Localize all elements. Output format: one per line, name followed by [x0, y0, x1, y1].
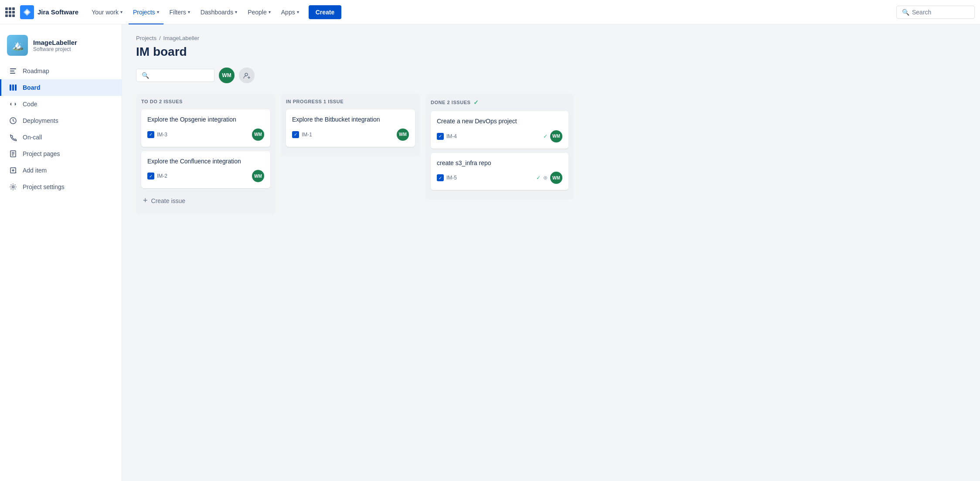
project-info: ImageLabeller Software project — [33, 39, 77, 52]
issue-assignee-avatar: WM — [550, 172, 562, 184]
board-columns: TO DO 2 ISSUES Explore the Opsgenie inte… — [136, 94, 966, 214]
nav-your-work[interactable]: Your work ▾ — [87, 0, 127, 24]
sidebar-item-add-item[interactable]: Add item — [0, 162, 122, 179]
breadcrumb: Projects / ImageLabeller — [136, 35, 966, 41]
issue-footer: ✓ IM-3 WM — [147, 129, 264, 141]
issue-id: ✓ IM-3 — [147, 131, 167, 138]
svg-point-15 — [245, 73, 248, 76]
nav-filters[interactable]: Filters ▾ — [165, 0, 194, 24]
user-avatar-wm[interactable]: WM — [219, 68, 235, 83]
svg-rect-0 — [10, 68, 16, 69]
issue-card-im2[interactable]: Explore the Confluence integration ✓ IM-… — [141, 151, 270, 189]
project-header: 🏔️ ImageLabeller Software project — [0, 31, 122, 63]
issue-card-im1[interactable]: Explore the Bitbucket integration ✓ IM-1… — [286, 109, 415, 147]
sidebar-item-label: Roadmap — [23, 68, 49, 75]
issue-assignee-avatar: WM — [550, 130, 562, 142]
top-navigation: Jira Software Your work ▾ Projects ▾ Fil… — [0, 0, 980, 24]
chevron-down-icon: ▾ — [269, 10, 271, 14]
svg-rect-2 — [10, 73, 15, 74]
issue-actions: ✓ ⊕ WM — [536, 172, 562, 184]
project-type: Software project — [33, 46, 77, 52]
issue-card-im3[interactable]: Explore the Opsgenie integration ✓ IM-3 … — [141, 109, 270, 147]
sidebar-item-label: On-call — [23, 134, 42, 141]
sidebar-item-label: Board — [23, 84, 40, 91]
sidebar-item-label: Code — [23, 101, 37, 108]
board-search-input[interactable]: 🔍 — [136, 69, 214, 82]
sidebar-item-roadmap[interactable]: Roadmap — [0, 63, 122, 79]
issue-checkbox-icon: ✓ — [147, 173, 154, 180]
nav-apps[interactable]: Apps ▾ — [277, 0, 303, 24]
done-check-icon: ✓ — [543, 133, 548, 139]
chevron-down-icon: ▾ — [188, 10, 190, 14]
issue-title: Explore the Confluence integration — [147, 157, 264, 166]
add-item-icon — [9, 166, 17, 174]
column-header-inprogress: IN PROGRESS 1 ISSUE — [286, 99, 415, 104]
svg-rect-4 — [12, 85, 14, 91]
board-icon — [9, 84, 17, 91]
brand-logo[interactable]: Jira Software — [20, 5, 78, 19]
chevron-down-icon: ▾ — [297, 10, 299, 14]
column-inprogress: IN PROGRESS 1 ISSUE Explore the Bitbucke… — [281, 94, 420, 156]
search-icon: 🔍 — [902, 9, 909, 16]
issue-footer: ✓ IM-5 ✓ ⊕ WM — [437, 172, 562, 184]
issue-assignee-avatar: WM — [397, 129, 409, 141]
issue-footer: ✓ IM-4 ✓ WM — [437, 130, 562, 142]
svg-point-14 — [12, 186, 14, 188]
project-pages-icon — [9, 150, 17, 158]
sidebar-item-project-settings[interactable]: Project settings — [0, 179, 122, 195]
jira-logo-icon — [20, 5, 34, 19]
issue-id: ✓ IM-2 — [147, 173, 167, 180]
sidebar-item-on-call[interactable]: On-call — [0, 129, 122, 146]
column-done: DONE 2 ISSUES ✓ Create a new DevOps proj… — [425, 94, 574, 200]
column-header-done: DONE 2 ISSUES ✓ — [431, 99, 568, 106]
chevron-down-icon: ▾ — [235, 10, 237, 14]
issue-checkbox-icon: ✓ — [292, 131, 299, 138]
plus-icon: + — [143, 196, 148, 205]
issue-card-im4[interactable]: Create a new DevOps project ✓ IM-4 ✓ WM — [431, 111, 568, 149]
create-button[interactable]: Create — [309, 5, 342, 19]
page-title: IM board — [136, 45, 966, 59]
app-switcher-icon[interactable] — [5, 7, 15, 17]
issue-title: Explore the Bitbucket integration — [292, 115, 409, 124]
svg-rect-1 — [10, 71, 14, 71]
create-issue-button[interactable]: + Create issue — [141, 193, 270, 209]
issue-footer: ✓ IM-2 WM — [147, 170, 264, 182]
sidebar-item-project-pages[interactable]: Project pages — [0, 146, 122, 162]
project-icon: 🏔️ — [7, 35, 28, 56]
sidebar-item-board[interactable]: Board — [0, 79, 122, 96]
breadcrumb-projects[interactable]: Projects — [136, 35, 157, 41]
issue-title: Explore the Opsgenie integration — [147, 115, 264, 124]
issue-title: create s3_infra repo — [437, 159, 562, 168]
done-check-icon: ✓ — [473, 99, 479, 106]
nav-projects[interactable]: Projects ▾ — [129, 0, 163, 24]
column-header-todo: TO DO 2 ISSUES — [141, 99, 270, 104]
issue-card-im5[interactable]: create s3_infra repo ✓ IM-5 ✓ ⊕ WM — [431, 153, 568, 190]
issue-checkbox-icon: ✓ — [437, 174, 444, 181]
issue-assignee-avatar: WM — [252, 170, 264, 182]
nav-people[interactable]: People ▾ — [243, 0, 275, 24]
issue-assignee-avatar: WM — [252, 129, 264, 141]
pin-icon: ⊕ — [543, 175, 548, 181]
issue-title: Create a new DevOps project — [437, 117, 562, 126]
nav-dashboards[interactable]: Dashboards ▾ — [196, 0, 242, 24]
project-name: ImageLabeller — [33, 39, 77, 46]
app-layout: 🏔️ ImageLabeller Software project Roadma… — [0, 24, 980, 481]
issue-checkbox-icon: ✓ — [437, 133, 444, 140]
add-member-button[interactable] — [239, 68, 255, 83]
issue-actions: ✓ WM — [543, 130, 562, 142]
sidebar-item-code[interactable]: Code — [0, 96, 122, 112]
svg-rect-3 — [10, 85, 11, 91]
chevron-down-icon: ▾ — [157, 10, 159, 14]
sidebar-item-deployments[interactable]: Deployments — [0, 112, 122, 129]
done-check-icon: ✓ — [536, 175, 541, 181]
main-content: Projects / ImageLabeller IM board 🔍 WM — [122, 24, 980, 481]
sidebar-item-label: Deployments — [23, 117, 58, 124]
sidebar-item-label: Project settings — [23, 183, 65, 190]
issue-id: ✓ IM-5 — [437, 174, 457, 181]
sidebar-item-label: Add item — [23, 167, 47, 174]
breadcrumb-current: ImageLabeller — [163, 35, 199, 41]
roadmap-icon — [9, 67, 17, 75]
svg-rect-5 — [15, 85, 17, 91]
search-input[interactable]: 🔍 Search — [896, 6, 975, 19]
sidebar-item-label: Project pages — [23, 150, 60, 157]
